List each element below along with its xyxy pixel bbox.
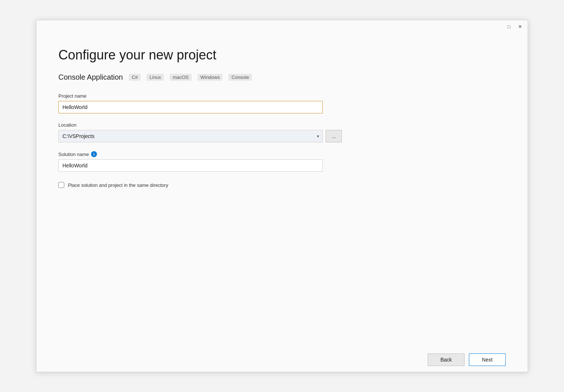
- project-type-name: Console Application: [58, 73, 123, 81]
- back-button[interactable]: Back: [428, 353, 464, 366]
- project-name-section: Project name: [58, 93, 506, 113]
- footer: Back Next: [36, 348, 528, 372]
- tag-csharp: C#: [129, 74, 141, 81]
- location-section: Location C:\VSProjects ▼ ...: [58, 122, 506, 142]
- solution-name-section: Solution name i: [58, 151, 506, 172]
- location-select-wrapper: C:\VSProjects ▼: [58, 130, 323, 142]
- tag-console: Console: [228, 74, 252, 81]
- maximize-button[interactable]: □: [506, 23, 512, 30]
- same-directory-label: Place solution and project in the same d…: [68, 182, 168, 188]
- tag-windows: Windows: [198, 74, 223, 81]
- solution-name-label-text: Solution name: [58, 152, 89, 157]
- tag-linux: Linux: [147, 74, 164, 81]
- location-select[interactable]: C:\VSProjects: [58, 130, 323, 142]
- next-button[interactable]: Next: [469, 353, 506, 366]
- project-name-label: Project name: [58, 93, 506, 99]
- project-name-input[interactable]: [58, 101, 323, 113]
- solution-name-label: Solution name i: [58, 151, 506, 157]
- project-type-row: Console Application C# Linux macOS Windo…: [58, 73, 506, 81]
- configure-project-window: □ ✕ Configure your new project Console A…: [36, 20, 528, 372]
- same-directory-checkbox[interactable]: [58, 182, 64, 188]
- main-content: Configure your new project Console Appli…: [36, 33, 528, 348]
- solution-name-input[interactable]: [58, 159, 323, 172]
- browse-button[interactable]: ...: [326, 130, 342, 142]
- location-label-text: Location: [58, 122, 76, 128]
- page-title: Configure your new project: [58, 47, 506, 63]
- info-icon[interactable]: i: [91, 151, 97, 157]
- close-button[interactable]: ✕: [517, 23, 523, 30]
- location-row: C:\VSProjects ▼ ...: [58, 130, 506, 142]
- tag-macos: macOS: [170, 74, 191, 81]
- title-bar: □ ✕: [36, 20, 528, 33]
- project-name-label-text: Project name: [58, 93, 87, 99]
- same-directory-row: Place solution and project in the same d…: [58, 182, 506, 188]
- location-label: Location: [58, 122, 506, 128]
